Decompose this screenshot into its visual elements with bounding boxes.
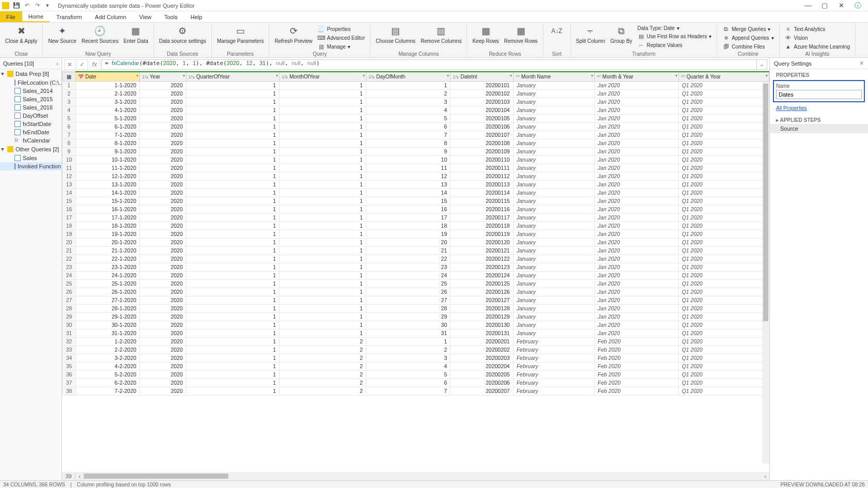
cell[interactable]: Feb 2020 (594, 345, 678, 354)
cell[interactable]: Jan 2020 (594, 246, 678, 255)
combine-files-button[interactable]: 🗐Combine Files (720, 42, 776, 51)
cell[interactable]: Q1 2020 (678, 329, 769, 337)
cell[interactable]: Jan 2020 (594, 155, 678, 164)
cell[interactable]: 1 (186, 387, 279, 395)
cell[interactable]: February (513, 379, 594, 387)
cell[interactable]: 9-1-2020 (76, 147, 140, 155)
cell[interactable]: January (513, 98, 594, 106)
cell[interactable]: January (513, 180, 594, 188)
cell[interactable]: Jan 2020 (594, 271, 678, 279)
cell[interactable]: 12 (366, 172, 451, 180)
cell[interactable]: Q1 2020 (678, 155, 769, 164)
cell[interactable]: Q1 2020 (678, 131, 769, 139)
cell[interactable]: February (513, 370, 594, 379)
cell[interactable]: 20200127 (451, 296, 513, 304)
tab-tools[interactable]: Tools (158, 11, 184, 22)
cell[interactable]: Q1 2020 (678, 106, 769, 114)
redo-icon[interactable]: ↷ (33, 1, 42, 10)
tab-transform[interactable]: Transform (50, 11, 89, 22)
cell[interactable]: 2020 (140, 288, 186, 296)
cell[interactable]: 1 (186, 238, 279, 246)
cell[interactable]: 1 (280, 164, 366, 172)
cell[interactable]: 1 (280, 106, 366, 114)
cell[interactable]: 2 (280, 362, 366, 370)
cell[interactable]: Q1 2020 (678, 263, 769, 271)
row-number[interactable]: 38 (63, 387, 76, 395)
cell[interactable]: 2 (366, 89, 451, 98)
cell[interactable]: 1 (186, 122, 279, 131)
cell[interactable]: 25-1-2020 (76, 279, 140, 288)
cell[interactable]: 2020 (140, 106, 186, 114)
cell[interactable]: Jan 2020 (594, 197, 678, 205)
cell[interactable]: 18 (366, 222, 451, 230)
cell[interactable]: 1 (186, 321, 279, 329)
query-item[interactable]: fxStartDate (0, 120, 61, 128)
cell[interactable]: January (513, 246, 594, 255)
filter-icon[interactable]: ▾ (136, 73, 138, 78)
query-item[interactable]: Invoked Function (0, 162, 61, 170)
cell[interactable]: 7-1-2020 (76, 131, 140, 139)
cell[interactable]: January (513, 263, 594, 271)
filter-icon[interactable]: ▾ (363, 73, 365, 78)
cell[interactable]: 14 (366, 188, 451, 197)
cell[interactable]: Feb 2020 (594, 370, 678, 379)
formula-input[interactable]: = fxCalendar(#date(2020, 1, 1), #date(20… (101, 59, 757, 70)
cell[interactable]: 2020 (140, 362, 186, 370)
cell[interactable]: 20 (366, 238, 451, 246)
filter-icon[interactable]: ▾ (766, 73, 768, 78)
cell[interactable]: January (513, 114, 594, 122)
cell[interactable]: 2020 (140, 197, 186, 205)
cell[interactable]: 6-1-2020 (76, 122, 140, 131)
cell[interactable]: 1 (280, 155, 366, 164)
cell[interactable]: 1 (186, 379, 279, 387)
cell[interactable]: Q1 2020 (678, 387, 769, 395)
row-number[interactable]: 9 (63, 147, 76, 155)
cell[interactable]: 18-1-2020 (76, 222, 140, 230)
cell[interactable]: 2020 (140, 387, 186, 395)
cell[interactable]: 27 (366, 296, 451, 304)
row-number[interactable]: 13 (63, 180, 76, 188)
maximize-button[interactable]: ▢ (816, 0, 833, 11)
cell[interactable]: 2020 (140, 296, 186, 304)
cell[interactable]: 1 (186, 114, 279, 122)
cell[interactable]: February (513, 354, 594, 362)
cell[interactable]: 6-2-2020 (76, 379, 140, 387)
cell[interactable]: 27-1-2020 (76, 296, 140, 304)
query-item[interactable]: FileLocation (C:\... (0, 78, 61, 87)
query-name-input[interactable] (776, 90, 862, 99)
row-number[interactable]: 8 (63, 139, 76, 147)
cell[interactable]: 20200105 (451, 114, 513, 122)
cell[interactable]: 20200126 (451, 288, 513, 296)
cell[interactable]: 20200108 (451, 139, 513, 147)
row-number[interactable]: 33 (63, 345, 76, 354)
cell[interactable]: 20-1-2020 (76, 238, 140, 246)
cell[interactable]: Jan 2020 (594, 81, 678, 89)
cell[interactable]: January (513, 122, 594, 131)
cell[interactable]: 2020 (140, 263, 186, 271)
cell[interactable]: 12-1-2020 (76, 172, 140, 180)
cell[interactable]: 14-1-2020 (76, 188, 140, 197)
cell[interactable]: January (513, 205, 594, 213)
cell[interactable]: 20200107 (451, 131, 513, 139)
cell[interactable]: 2020 (140, 337, 186, 345)
properties-button[interactable]: 🧾Properties (316, 25, 367, 33)
cell[interactable]: 20200111 (451, 164, 513, 172)
cell[interactable]: Jan 2020 (594, 139, 678, 147)
filter-icon[interactable]: ▾ (447, 73, 449, 78)
cell[interactable]: Jan 2020 (594, 114, 678, 122)
cell[interactable]: 16-1-2020 (76, 205, 140, 213)
recent-sources-button[interactable]: 🕘Recent Sources (80, 24, 120, 45)
cell[interactable]: 1 (186, 81, 279, 89)
cell[interactable]: 20200201 (451, 337, 513, 345)
cell[interactable]: 2020 (140, 246, 186, 255)
cell[interactable]: 23 (366, 263, 451, 271)
row-number[interactable]: 3 (63, 98, 76, 106)
cell[interactable]: 2020 (140, 370, 186, 379)
cell[interactable]: 1 (366, 337, 451, 345)
cell[interactable]: 1 (280, 246, 366, 255)
scroll-right-icon[interactable]: › (761, 473, 769, 479)
cell[interactable]: 2020 (140, 304, 186, 312)
query-item[interactable]: Sales_2016 (0, 103, 61, 112)
cell[interactable]: 1 (280, 279, 366, 288)
cell[interactable]: Q1 2020 (678, 197, 769, 205)
